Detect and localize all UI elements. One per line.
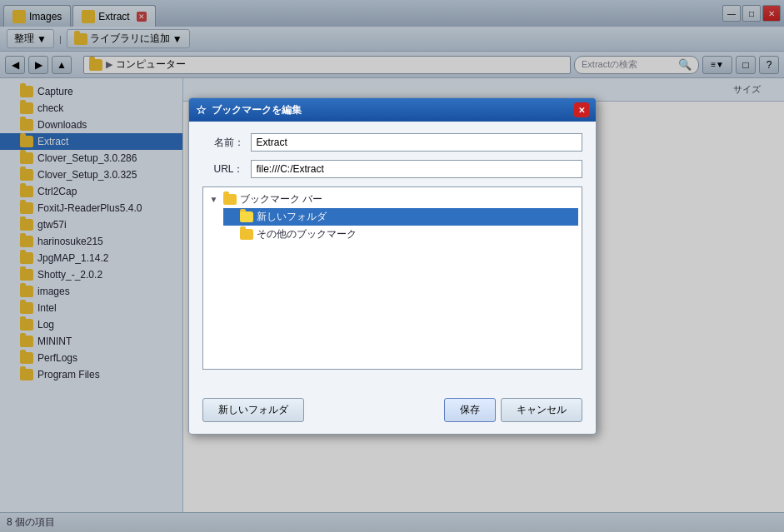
tree-label-other: その他のブックマーク (257, 227, 357, 241)
name-row: 名前： (202, 133, 582, 152)
url-label: URL： (202, 162, 244, 177)
tree-folder-newfolder (240, 211, 253, 222)
modal-close-button[interactable]: ✕ (574, 102, 589, 117)
modal-title: ブックマークを編集 (212, 103, 302, 117)
modal-body: 名前： URL： ▼ ブックマーク バー 新し (189, 122, 596, 391)
tree-folder-other (240, 229, 253, 240)
cancel-button[interactable]: キャンセル (501, 398, 582, 422)
modal-title-bar: ☆ ブックマークを編集 ✕ (189, 98, 596, 122)
modal-footer: 新しいフォルダ 保存 キャンセル (189, 391, 596, 434)
tree-folder-root (223, 194, 237, 205)
name-label: 名前： (202, 136, 244, 150)
tree-item-otherbookmarks[interactable]: その他のブックマーク (223, 226, 578, 243)
name-input[interactable] (251, 133, 582, 152)
tree-root[interactable]: ▼ ブックマーク バー (207, 191, 578, 208)
bookmark-edit-dialog: ☆ ブックマークを編集 ✕ 名前： URL： ▼ ブックマーク バー (188, 97, 597, 435)
tree-expand-root: ▼ (210, 195, 220, 204)
save-button[interactable]: 保存 (444, 398, 496, 422)
modal-title-icon: ☆ (196, 103, 207, 117)
tree-root-label: ブックマーク バー (240, 192, 322, 206)
tree-children: 新しいフォルダ その他のブックマーク (207, 208, 578, 243)
right-buttons: 保存 キャンセル (444, 398, 582, 422)
tree-item-newfolder[interactable]: 新しいフォルダ (223, 208, 578, 226)
url-input[interactable] (251, 160, 582, 178)
modal-overlay: ☆ ブックマークを編集 ✕ 名前： URL： ▼ ブックマーク バー (0, 0, 784, 532)
tree-label-newfolder: 新しいフォルダ (257, 210, 327, 224)
new-folder-button[interactable]: 新しいフォルダ (202, 398, 304, 422)
url-row: URL： (202, 160, 582, 178)
bookmark-tree[interactable]: ▼ ブックマーク バー 新しいフォルダ その他のブックマーク (202, 186, 582, 370)
